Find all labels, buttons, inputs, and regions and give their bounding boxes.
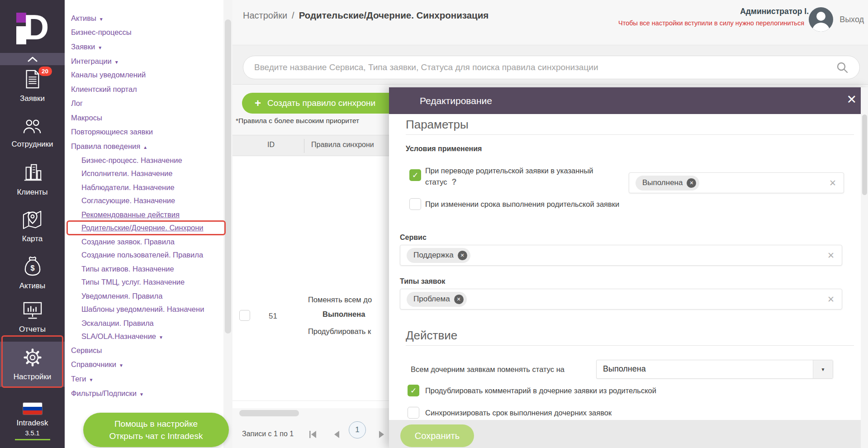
clear-icon[interactable]: ✕ <box>829 178 836 188</box>
first-page-icon[interactable] <box>309 430 318 438</box>
menu-item-4[interactable]: Интеграции▼ <box>71 55 220 67</box>
row-text-line2: Выполнена <box>323 310 365 319</box>
employees-icon <box>22 117 43 137</box>
panel-scrollbar-track[interactable] <box>861 87 868 448</box>
menu-item-20[interactable]: Типы ТМЦ, услуг. Назначение <box>81 276 220 288</box>
menu-item-5[interactable]: Каналы уведомлений <box>71 69 220 81</box>
chevron-down-icon: ▼ <box>98 45 102 50</box>
menu-item-28[interactable]: Фильтры/Подписки▼ <box>71 387 220 399</box>
menu-item-6[interactable]: Клиентский портал <box>71 83 220 95</box>
clear-icon[interactable]: ✕ <box>827 294 835 305</box>
menu-item-27[interactable]: Теги▼ <box>71 373 220 385</box>
menu-item-label: Заявки <box>71 43 95 51</box>
chip-remove-icon[interactable]: ✕ <box>454 295 464 304</box>
menu-item-11[interactable]: Бизнес-процесс. Назначение <box>81 154 220 166</box>
sidebar-item-2[interactable]: Сотрудники <box>0 110 65 155</box>
assets-icon: $ <box>24 256 42 278</box>
close-icon[interactable]: ✕ <box>846 94 857 106</box>
menu-item-label: Типы активов. Назначение <box>81 265 174 273</box>
save-button[interactable]: Сохранить <box>400 424 474 447</box>
sidebar-item-4[interactable]: Карта <box>0 204 65 249</box>
prev-page-icon[interactable] <box>332 430 342 438</box>
breadcrumb-settings[interactable]: Настройки <box>243 10 287 20</box>
select-arrow-box[interactable]: ▼ <box>813 360 833 378</box>
search-input[interactable] <box>254 62 836 72</box>
section-divider <box>406 134 854 135</box>
menu-item-9[interactable]: Повторяющиеся заявки <box>71 126 220 138</box>
sidebar-item-1[interactable]: 20Заявки <box>0 63 65 109</box>
menu-item-23[interactable]: Эскалации. Правила <box>81 317 220 329</box>
menu-item-2[interactable]: Бизнес-процессы <box>71 26 220 38</box>
menu-item-8[interactable]: Макросы <box>71 112 220 124</box>
menu-scrollbar-thumb[interactable] <box>225 19 231 334</box>
edit-panel-header: Редактирование ✕ <box>389 87 868 114</box>
horizontal-scrollbar-thumb[interactable] <box>239 410 299 416</box>
intradesk-logo-icon[interactable]: D <box>14 7 52 47</box>
menu-item-26[interactable]: Справочники▼ <box>71 358 220 370</box>
russia-flag-icon[interactable] <box>23 403 42 415</box>
menu-item-label: Создание заявок. Правила <box>81 238 175 246</box>
menu-item-10[interactable]: Правила поведения▲ <box>71 140 220 152</box>
panel-footer: Сохранить <box>389 420 868 448</box>
help-chat-button[interactable]: Помощь в настройке Открыть чат с Intrade… <box>83 413 229 447</box>
sidebar-item-5[interactable]: $Активы <box>0 250 65 295</box>
panel-scrollbar-thumb[interactable] <box>862 114 867 195</box>
conditions-title: Условия применения <box>406 145 482 153</box>
clear-icon[interactable]: ✕ <box>827 250 835 261</box>
menu-item-12[interactable]: Исполнители. Назначение <box>81 167 220 179</box>
gear-icon <box>23 348 43 369</box>
create-rule-label: Создать правило синхрони <box>267 98 375 108</box>
sidebar-item-7[interactable]: Настройки <box>0 342 65 387</box>
help-icon[interactable]: ? <box>452 177 457 186</box>
page-number-button[interactable]: 1 <box>349 421 366 438</box>
dark-sidebar: D 20ЗаявкиСотрудникиКлиентыКарта$АктивыО… <box>0 0 65 448</box>
menu-item-3[interactable]: Заявки▼ <box>71 41 220 52</box>
checkbox-deadline-change[interactable] <box>409 198 421 210</box>
menu-item-1[interactable]: Активы▼ <box>71 12 220 24</box>
menu-item-label: Фильтры/Подписки <box>71 389 137 397</box>
menu-item-active[interactable]: Родительские/Дочерние. Синхрони <box>81 222 220 234</box>
row-checkbox[interactable] <box>239 310 250 321</box>
checkbox-duplicate-comment[interactable]: ✓ <box>408 385 419 396</box>
menu-item-22[interactable]: Шаблоны уведомлений. Назначени <box>81 303 220 315</box>
menu-item-label: Бизнес-процесс. Назначение <box>81 156 182 164</box>
menu-item-25[interactable]: Сервисы <box>71 344 220 356</box>
chevron-down-icon: ▼ <box>89 377 94 382</box>
chip-remove-icon[interactable]: ✕ <box>687 178 696 188</box>
chevron-down-icon: ▼ <box>114 60 119 65</box>
status-select[interactable]: Выполнена ▼ <box>596 360 833 379</box>
menu-item-7[interactable]: Лог <box>71 97 220 109</box>
menu-item-21[interactable]: Уведомления. Правила <box>81 290 220 302</box>
checkbox-sync-deadline[interactable] <box>408 407 419 419</box>
menu-item-15[interactable]: Рекомендованные действия <box>81 209 220 220</box>
checkbox-status-transfer[interactable]: ✓ <box>409 169 421 181</box>
column-id[interactable]: ID <box>267 141 275 149</box>
menu-item-24[interactable]: SLA/OLA.Назначение▼ <box>81 330 220 342</box>
menu-item-19[interactable]: Типы активов. Назначение <box>81 263 220 275</box>
page-title: Родительские/Дочерние. Синхронизация <box>299 10 489 20</box>
status-chip-label: Выполнена <box>642 178 683 187</box>
status-tag-input[interactable]: Выполнена ✕ ✕ <box>629 172 844 193</box>
sidebar-item-label: Сотрудники <box>11 140 53 149</box>
avatar-person-icon <box>816 12 825 21</box>
sidebar-item-3[interactable]: Клиенты <box>0 157 65 202</box>
sidebar-item-6[interactable]: Отчеты <box>0 295 65 340</box>
top-header: Настройки/Родительские/Дочерние. Синхрон… <box>232 0 868 45</box>
sidebar-item-label: Карта <box>22 234 43 243</box>
edit-panel: Редактирование ✕ Параметры Условия приме… <box>389 87 868 448</box>
menu-item-17[interactable]: Создание заявок. Правила <box>81 236 220 248</box>
help-button-line2: Открыть чат с Intradesk <box>109 431 203 441</box>
menu-item-14[interactable]: Согласующие. Назначение <box>81 195 220 206</box>
chip-remove-icon[interactable]: ✕ <box>458 251 467 260</box>
menu-item-18[interactable]: Создание пользователей. Правила <box>81 249 220 261</box>
menu-item-13[interactable]: Наблюдатели. Назначение <box>81 181 220 193</box>
types-tag-input[interactable]: Проблема ✕ ✕ <box>400 289 842 310</box>
logout-button[interactable]: Выход <box>840 15 864 24</box>
avatar[interactable] <box>809 7 833 32</box>
column-rules[interactable]: Правила синхрони <box>311 141 374 149</box>
menu-item-label: Правила поведения <box>71 142 140 150</box>
service-tag-input[interactable]: Поддержка ✕ ✕ <box>400 245 842 266</box>
search-icon[interactable] <box>836 61 849 74</box>
next-page-icon[interactable] <box>377 430 386 438</box>
chevron-down-icon: ▼ <box>139 392 144 397</box>
